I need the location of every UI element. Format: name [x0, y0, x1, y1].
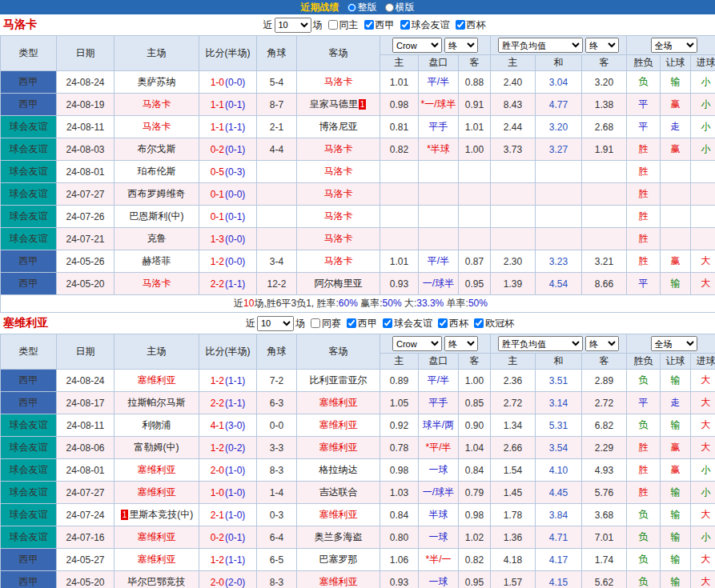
filter-checkbox-input[interactable] — [311, 318, 320, 328]
team-link[interactable]: 奥萨苏纳 — [138, 76, 176, 87]
score-cell[interactable]: 0-5(0-3) — [199, 161, 257, 183]
score-cell[interactable]: 1-1(0-1) — [199, 94, 257, 116]
score-cell[interactable]: 2-0(2-0) — [199, 571, 257, 588]
scope-select[interactable]: 全场 — [651, 38, 697, 53]
filter-checkbox-2[interactable]: 球会友谊 — [383, 317, 432, 330]
date-cell: 24-08-24 — [57, 71, 114, 94]
avg-type-select[interactable]: 胜平负均值 — [498, 336, 583, 351]
team-link[interactable]: 赫塔菲 — [143, 255, 171, 266]
odds-source-select[interactable]: Crow — [392, 336, 442, 351]
team-link[interactable]: 马洛卡 — [324, 210, 353, 222]
team-link[interactable]: 富勒姆(中) — [135, 442, 179, 453]
filter-checkbox-input[interactable] — [364, 20, 374, 30]
team-link[interactable]: 毕尔巴鄂竞技 — [128, 576, 186, 587]
filter-checkbox-input[interactable] — [347, 318, 356, 328]
team-link[interactable]: 塞维利亚 — [138, 531, 176, 542]
team-link[interactable]: 塞维利亚 — [319, 442, 358, 453]
team-link[interactable]: 奥兰多海盗 — [315, 531, 363, 542]
team-link[interactable]: 马洛卡 — [324, 76, 353, 87]
team-link[interactable]: 皇家马德里 — [310, 98, 358, 110]
match-type-cell: 球会友谊 — [1, 459, 57, 482]
team-link[interactable]: 塞维利亚 — [319, 509, 358, 520]
filter-checkbox-input[interactable] — [456, 20, 465, 30]
avg-stage-select[interactable]: 终 — [585, 336, 619, 351]
filter-checkbox-input[interactable] — [438, 318, 448, 328]
score-cell[interactable]: 1-3(0-0) — [199, 228, 257, 250]
avg-stage-select[interactable]: 终 — [585, 38, 619, 53]
team-name[interactable]: 马洛卡 — [3, 18, 37, 32]
team-link[interactable]: 西布罗姆维奇 — [128, 188, 186, 199]
team-link[interactable]: 马洛卡 — [324, 233, 353, 244]
col-header: 类型 — [1, 334, 57, 370]
view-radio-full[interactable] — [347, 3, 356, 12]
team-link[interactable]: 马洛卡 — [324, 188, 353, 199]
filter-checkbox-input[interactable] — [383, 318, 392, 328]
score-cell[interactable]: 2-1(1-0) — [199, 504, 257, 526]
odds-source-select[interactable]: Crow — [392, 38, 442, 53]
team-link[interactable]: 巴塞罗那 — [319, 554, 358, 565]
score-cell[interactable]: 2-2(1-1) — [199, 273, 257, 295]
score-cell[interactable]: 0-1(0-0) — [199, 183, 257, 206]
view-radio-horizontal[interactable] — [385, 3, 394, 12]
score-cell[interactable]: 1-0(0-0) — [199, 71, 257, 94]
team-name[interactable]: 塞维利亚 — [3, 316, 48, 330]
avg-draw-cell: 3.20 — [536, 116, 582, 138]
avg-type-select[interactable]: 胜平负均值 — [498, 38, 583, 53]
filter-checkbox-1[interactable]: 西甲 — [364, 18, 395, 32]
odds-stage-select[interactable]: 终 — [444, 336, 478, 351]
team-link[interactable]: 塞维利亚 — [138, 486, 176, 498]
view-option-horizontal[interactable]: 横版 — [385, 1, 415, 14]
filter-checkbox-1[interactable]: 西甲 — [347, 317, 377, 330]
odds-stage-select[interactable]: 终 — [444, 38, 478, 53]
team-link[interactable]: 博洛尼亚 — [319, 121, 358, 132]
score-cell[interactable]: 1-2(0-0) — [199, 250, 257, 273]
score-cell[interactable]: 1-2(1-1) — [199, 370, 257, 392]
team-link[interactable]: 马洛卡 — [324, 166, 353, 177]
filter-checkbox-4[interactable]: 欧冠杯 — [474, 317, 514, 330]
filter-checkbox-2[interactable]: 球会友谊 — [400, 18, 450, 32]
filter-checkbox-0[interactable]: 同赛 — [311, 317, 341, 330]
score-cell[interactable]: 0-1(0-1) — [199, 206, 257, 228]
team-link[interactable]: 马洛卡 — [143, 278, 171, 289]
team-link[interactable]: 塞维利亚 — [138, 374, 176, 386]
team-link[interactable]: 塞维利亚 — [138, 464, 176, 475]
filter-checkbox-3[interactable]: 西杯 — [438, 317, 468, 330]
team-link[interactable]: 马洛卡 — [324, 143, 353, 154]
team-link[interactable]: 利物浦 — [143, 419, 171, 430]
score-cell[interactable]: 0-2(0-1) — [199, 138, 257, 161]
scope-select[interactable]: 全场 — [651, 336, 697, 351]
team-link[interactable]: 克鲁 — [147, 233, 167, 244]
score-cell[interactable]: 2-0(1-0) — [199, 459, 257, 482]
filter-checkbox-3[interactable]: 西杯 — [456, 18, 486, 32]
filter-checkbox-input[interactable] — [400, 20, 410, 30]
team-link[interactable]: 里斯本竞技(中) — [129, 509, 193, 520]
filter-checkbox-input[interactable] — [328, 20, 338, 30]
team-link[interactable]: 马洛卡 — [143, 98, 171, 110]
team-link[interactable]: 吉达联合 — [319, 486, 358, 498]
team-link[interactable]: 珀布伦斯 — [138, 166, 176, 177]
team-link[interactable]: 阿尔梅里亚 — [315, 278, 363, 289]
team-link[interactable]: 比利亚雷亚尔 — [310, 374, 368, 386]
score-cell[interactable]: 0-2(0-1) — [199, 526, 257, 549]
score-cell[interactable]: 2-2(1-1) — [199, 392, 257, 414]
team-link[interactable]: 塞维利亚 — [319, 419, 358, 430]
team-link[interactable]: 马洛卡 — [143, 121, 171, 132]
team-link[interactable]: 塞维利亚 — [138, 554, 176, 565]
score-cell[interactable]: 1-0(1-0) — [199, 482, 257, 504]
team-link[interactable]: 巴恩斯利(中) — [130, 210, 184, 222]
filter-checkbox-0[interactable]: 同主 — [328, 18, 359, 32]
score-cell[interactable]: 1-2(1-1) — [199, 549, 257, 571]
recent-count-select[interactable]: 10 — [257, 316, 294, 331]
team-link[interactable]: 马洛卡 — [324, 255, 353, 266]
team-link[interactable]: 格拉纳达 — [319, 464, 358, 475]
score-cell[interactable]: 4-1(3-0) — [199, 414, 257, 437]
team-link[interactable]: 塞维利亚 — [319, 576, 358, 587]
view-option-full[interactable]: 整版 — [347, 1, 377, 14]
team-link[interactable]: 塞维利亚 — [319, 397, 358, 408]
recent-count-select[interactable]: 10 — [275, 18, 311, 33]
filter-checkbox-input[interactable] — [474, 318, 484, 328]
score-cell[interactable]: 1-2(0-2) — [199, 437, 257, 459]
team-link[interactable]: 拉斯帕尔马斯 — [128, 397, 186, 408]
team-link[interactable]: 布尔戈斯 — [138, 143, 176, 154]
score-cell[interactable]: 1-1(1-1) — [199, 116, 257, 138]
